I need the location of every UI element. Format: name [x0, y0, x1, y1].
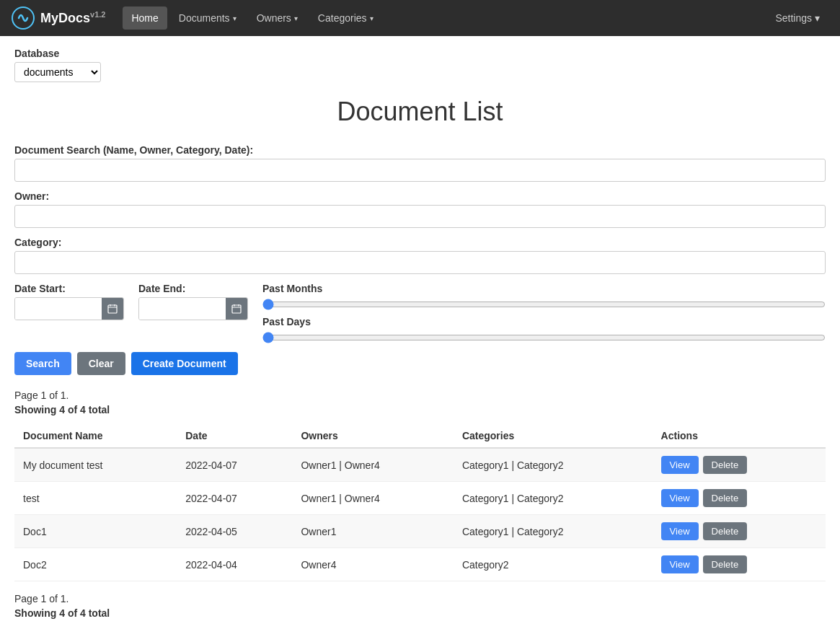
date-start-calendar-button[interactable]	[102, 298, 123, 320]
col-categories: Categories	[454, 424, 653, 448]
main-content: Database documents archive Document List…	[0, 36, 840, 629]
cell-owners: Owner4	[292, 548, 454, 581]
table-header: Document Name Date Owners Categories Act…	[14, 424, 826, 448]
cell-categories: Category1 | Category2	[454, 448, 653, 482]
brand-icon	[12, 6, 35, 30]
chevron-down-icon: ▾	[233, 14, 236, 22]
past-days-slider[interactable]	[262, 332, 826, 343]
delete-button[interactable]: Delete	[703, 489, 748, 507]
cell-owners: Owner1	[292, 515, 454, 548]
delete-button[interactable]: Delete	[703, 456, 748, 474]
cell-actions: ViewDelete	[653, 548, 826, 581]
view-button[interactable]: View	[661, 555, 699, 573]
date-start-label: Date Start:	[14, 283, 124, 294]
delete-button[interactable]: Delete	[703, 555, 748, 573]
date-row: Date Start: Date End:	[14, 283, 826, 343]
past-days-label: Past Days	[262, 316, 826, 327]
brand-name: MyDocsv1.2	[40, 10, 105, 26]
calendar-icon	[231, 304, 242, 314]
cell-categories: Category1 | Category2	[454, 515, 653, 548]
chevron-down-icon: ▾	[370, 14, 373, 22]
view-button[interactable]: View	[661, 522, 699, 540]
date-end-group: Date End:	[138, 283, 248, 320]
cell-actions: ViewDelete	[653, 482, 826, 515]
svg-rect-5	[232, 305, 241, 313]
table-row: Doc12022-04-05Owner1Category1 | Category…	[14, 515, 826, 548]
actions-cell: ViewDelete	[661, 555, 817, 573]
cell-date: 2022-04-07	[177, 448, 292, 482]
doc-search-group: Document Search (Name, Owner, Category, …	[14, 144, 826, 182]
date-end-wrapper	[138, 297, 248, 320]
calendar-icon	[107, 304, 118, 314]
owner-input[interactable]	[14, 205, 826, 228]
nav-categories[interactable]: Categories ▾	[309, 6, 382, 30]
table-row: My document test2022-04-07Owner1 | Owner…	[14, 448, 826, 482]
delete-button[interactable]: Delete	[703, 522, 748, 540]
cell-date: 2022-04-05	[177, 515, 292, 548]
nav-settings[interactable]: Settings ▾	[766, 6, 828, 30]
table-row: Doc22022-04-04Owner4Category2ViewDelete	[14, 548, 826, 581]
view-button[interactable]: View	[661, 489, 699, 507]
past-days-row: Past Days	[262, 316, 826, 343]
action-buttons: Search Clear Create Document	[14, 352, 826, 375]
date-start-group: Date Start:	[14, 283, 124, 320]
cell-doc-name: test	[14, 482, 177, 515]
doc-search-input[interactable]	[14, 159, 826, 182]
nav-home[interactable]: Home	[123, 6, 167, 30]
past-months-label: Past Months	[262, 283, 826, 294]
document-table: Document Name Date Owners Categories Act…	[14, 424, 826, 581]
cell-doc-name: Doc2	[14, 548, 177, 581]
owner-label: Owner:	[14, 190, 826, 202]
database-group: Database documents archive	[14, 48, 826, 82]
category-label: Category:	[14, 237, 826, 248]
cell-actions: ViewDelete	[653, 515, 826, 548]
doc-search-label: Document Search (Name, Owner, Category, …	[14, 144, 826, 156]
brand: MyDocsv1.2	[12, 6, 105, 30]
cell-date: 2022-04-04	[177, 548, 292, 581]
actions-cell: ViewDelete	[661, 456, 817, 474]
nav-owners[interactable]: Owners ▾	[248, 6, 306, 30]
category-input[interactable]	[14, 251, 826, 274]
cell-owners: Owner1 | Owner4	[292, 482, 454, 515]
table-header-row: Document Name Date Owners Categories Act…	[14, 424, 826, 448]
search-button[interactable]: Search	[14, 352, 71, 375]
category-group: Category:	[14, 237, 826, 274]
clear-button[interactable]: Clear	[77, 352, 125, 375]
cell-date: 2022-04-07	[177, 482, 292, 515]
create-document-button[interactable]: Create Document	[131, 352, 238, 375]
col-actions: Actions	[653, 424, 826, 448]
cell-doc-name: Doc1	[14, 515, 177, 548]
date-end-calendar-button[interactable]	[226, 298, 247, 320]
actions-cell: ViewDelete	[661, 522, 817, 540]
cell-doc-name: My document test	[14, 448, 177, 482]
cell-actions: ViewDelete	[653, 448, 826, 482]
nav-links: Home Documents ▾ Owners ▾ Categories ▾	[123, 6, 766, 30]
col-document-name: Document Name	[14, 424, 177, 448]
pagination-top-total: Showing 4 of 4 total	[14, 404, 826, 415]
database-label: Database	[14, 48, 826, 59]
owner-group: Owner:	[14, 190, 826, 228]
chevron-down-icon: ▾	[815, 12, 820, 24]
nav-documents[interactable]: Documents ▾	[170, 6, 245, 30]
slider-group: Past Months Past Days	[262, 283, 826, 343]
page-title: Document List	[14, 97, 826, 127]
past-months-slider[interactable]	[262, 299, 826, 310]
cell-categories: Category2	[454, 548, 653, 581]
table-row: test2022-04-07Owner1 | Owner4Category1 |…	[14, 482, 826, 515]
database-select[interactable]: documents archive	[14, 62, 101, 82]
date-start-wrapper	[14, 297, 124, 320]
pagination-bottom-total: Showing 4 of 4 total	[14, 607, 826, 619]
col-date: Date	[177, 424, 292, 448]
pagination-bottom-page: Page 1 of 1.	[14, 593, 826, 604]
navbar: MyDocsv1.2 Home Documents ▾ Owners ▾ Cat…	[0, 0, 840, 36]
view-button[interactable]: View	[661, 456, 699, 474]
actions-cell: ViewDelete	[661, 489, 817, 507]
chevron-down-icon: ▾	[294, 14, 298, 22]
date-end-input[interactable]	[139, 298, 226, 320]
svg-rect-1	[108, 305, 117, 313]
date-start-input[interactable]	[15, 298, 102, 320]
table-body: My document test2022-04-07Owner1 | Owner…	[14, 448, 826, 581]
nav-right: Settings ▾	[766, 6, 828, 30]
pagination-top-page: Page 1 of 1.	[14, 390, 826, 401]
date-end-label: Date End:	[138, 283, 248, 294]
